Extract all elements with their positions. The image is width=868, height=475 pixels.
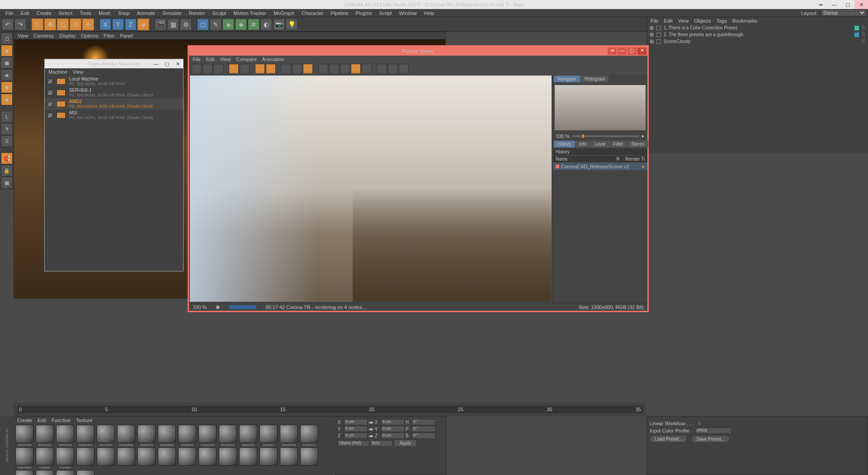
cube-icon[interactable]: ◻ xyxy=(197,19,209,30)
edge-mode-icon[interactable]: ◈ xyxy=(1,94,13,105)
tab-stereo[interactable]: Stereo xyxy=(627,141,648,147)
zoom-icon[interactable] xyxy=(229,64,239,74)
compare2-icon[interactable] xyxy=(292,64,302,74)
menu-item[interactable]: Help xyxy=(420,10,438,16)
load-preset-button[interactable]: Load Preset... xyxy=(650,435,688,443)
pv-maximize-button[interactable]: ▢ xyxy=(627,48,637,55)
material-item[interactable]: Curtain xyxy=(55,447,75,470)
environment-icon[interactable]: ◐ xyxy=(260,19,272,30)
menu-item[interactable]: Render xyxy=(185,10,209,16)
clapper-icon[interactable] xyxy=(213,64,223,74)
vp-menu-item[interactable]: Cameras xyxy=(34,33,54,38)
render-settings-icon[interactable]: ⚙ xyxy=(180,19,192,30)
b-icon[interactable] xyxy=(362,64,372,74)
p-rot-input[interactable]: 0 ° xyxy=(412,426,435,432)
material-item[interactable] xyxy=(157,447,177,470)
material-item[interactable]: BronzeC xyxy=(218,425,238,447)
z-axis-icon[interactable]: Z xyxy=(125,19,137,30)
generator-icon[interactable]: ◈ xyxy=(235,19,247,30)
vp-menu-item[interactable]: Options xyxy=(81,33,98,38)
stepper-icon[interactable]: ◂▸ xyxy=(368,426,374,432)
tr-menu-item[interactable]: View xyxy=(73,69,84,75)
material-item[interactable]: PaintBW xyxy=(14,447,34,470)
lock-icon[interactable]: 🔒 xyxy=(1,165,13,176)
material-item[interactable] xyxy=(116,447,136,470)
material-item[interactable] xyxy=(259,447,278,470)
om-menu-item[interactable]: Objects xyxy=(694,18,711,24)
material-item[interactable] xyxy=(238,447,258,470)
save-icon[interactable] xyxy=(203,64,212,74)
pv-menu-item[interactable]: Animation xyxy=(262,57,284,62)
object-mode-select[interactable]: Object (Rel) xyxy=(338,440,369,446)
pv-minimize-button[interactable]: — xyxy=(618,48,627,55)
grid3-icon[interactable] xyxy=(399,64,409,74)
tab-history[interactable]: History xyxy=(554,141,575,147)
compare-icon[interactable] xyxy=(281,64,291,74)
vp-menu-item[interactable]: View xyxy=(18,33,28,38)
channel-icon[interactable] xyxy=(255,64,265,74)
menu-item[interactable]: Edit xyxy=(17,10,33,16)
expand-icon[interactable]: ⊞ xyxy=(650,25,654,31)
tr-menu-item[interactable]: Machine xyxy=(48,69,67,75)
x-axis-icon[interactable]: X xyxy=(99,19,111,30)
expand-icon[interactable]: ⊞ xyxy=(650,32,654,38)
model-mode-icon[interactable]: ◻ xyxy=(1,33,13,44)
layout-select[interactable]: Startup xyxy=(821,10,866,16)
material-item[interactable]: GlassWi xyxy=(198,425,217,447)
minimize-button[interactable]: — xyxy=(827,0,841,9)
pv-menu-item[interactable]: View xyxy=(220,57,231,62)
tab-navigator[interactable]: Navigator xyxy=(554,76,580,82)
y-pos-input[interactable]: 0 cm xyxy=(344,426,368,432)
size-mode-select[interactable]: Size xyxy=(370,440,393,446)
material-item[interactable]: GlassSir xyxy=(137,425,156,447)
mm-menu-item[interactable]: Create xyxy=(17,418,32,423)
deformer-icon[interactable]: ✲ xyxy=(248,19,259,30)
om-menu-item[interactable]: Edit xyxy=(664,18,673,24)
visibility-icon[interactable]: ⠿ xyxy=(862,25,865,31)
material-item[interactable] xyxy=(55,470,75,475)
menu-item[interactable]: File xyxy=(2,10,17,16)
vp-menu-item[interactable]: Filter xyxy=(104,33,114,38)
material-item[interactable]: WineCa xyxy=(35,425,55,447)
menu-item[interactable]: Script xyxy=(376,10,396,16)
checkbox-icon[interactable]: ✓ xyxy=(47,90,53,95)
material-item[interactable] xyxy=(96,447,116,470)
pv-splitscreen-button[interactable]: ⇔ xyxy=(608,48,617,55)
tr-minimize-button[interactable]: — xyxy=(151,61,161,67)
mm-menu-item[interactable]: Texture xyxy=(76,418,92,423)
light-icon[interactable]: 💡 xyxy=(286,19,297,30)
object-mode-icon[interactable]: ◈ xyxy=(1,45,13,57)
z-size-input[interactable]: 0 cm xyxy=(381,432,405,439)
move-icon[interactable]: ✥ xyxy=(44,19,56,30)
material-item[interactable] xyxy=(14,470,34,475)
machine-row[interactable]: ✓ MSIPC, 8x2.4GHz, 16.00 GB RAM, (Studio… xyxy=(45,109,183,121)
material-item[interactable]: Backdro xyxy=(75,425,95,447)
menu-item[interactable]: Snap xyxy=(114,10,133,16)
workplane-snap-icon[interactable]: S xyxy=(1,135,13,147)
tr-close-button[interactable]: ✕ xyxy=(172,61,183,67)
maximize-button[interactable]: ▢ xyxy=(841,0,854,9)
menu-item[interactable]: Plugins xyxy=(352,10,375,16)
a-icon[interactable] xyxy=(351,64,361,74)
menu-item[interactable]: Window xyxy=(396,10,420,16)
menu-item[interactable]: Select xyxy=(55,10,76,16)
object-row[interactable]: ⊞ 1. There is a Color Correction Preset.… xyxy=(647,24,868,31)
object-row[interactable]: ⊞ SceneCloudy ⠿ xyxy=(647,38,868,45)
machine-row[interactable]: ✓ AMD2PC, 8x4.02GHz, 8.00 GB RAM, (Studi… xyxy=(45,98,183,109)
object-row[interactable]: ⊞ 2. The three presets are a guidethroug… xyxy=(647,31,868,38)
material-item[interactable]: MetalGl xyxy=(177,425,197,447)
checkbox-icon[interactable] xyxy=(697,421,702,426)
om-menu-item[interactable]: View xyxy=(678,18,689,24)
material-item[interactable]: WineCa xyxy=(55,425,75,447)
save-preset-button[interactable]: Save Preset... xyxy=(691,435,730,443)
mm-menu-item[interactable]: Function xyxy=(52,418,71,423)
menu-item[interactable]: MoGraph xyxy=(270,10,298,16)
expand-icon[interactable]: ⊞ xyxy=(650,38,654,44)
h-rot-input[interactable]: 0 ° xyxy=(412,419,435,425)
ab2-icon[interactable] xyxy=(329,64,339,74)
render-image[interactable] xyxy=(190,76,552,302)
rotate-icon[interactable]: ⟲ xyxy=(70,19,81,30)
vp-menu-item[interactable]: Panel xyxy=(120,33,133,38)
mm-menu-item[interactable]: Edit xyxy=(38,418,46,423)
pv-close-button[interactable]: ✕ xyxy=(637,48,646,55)
